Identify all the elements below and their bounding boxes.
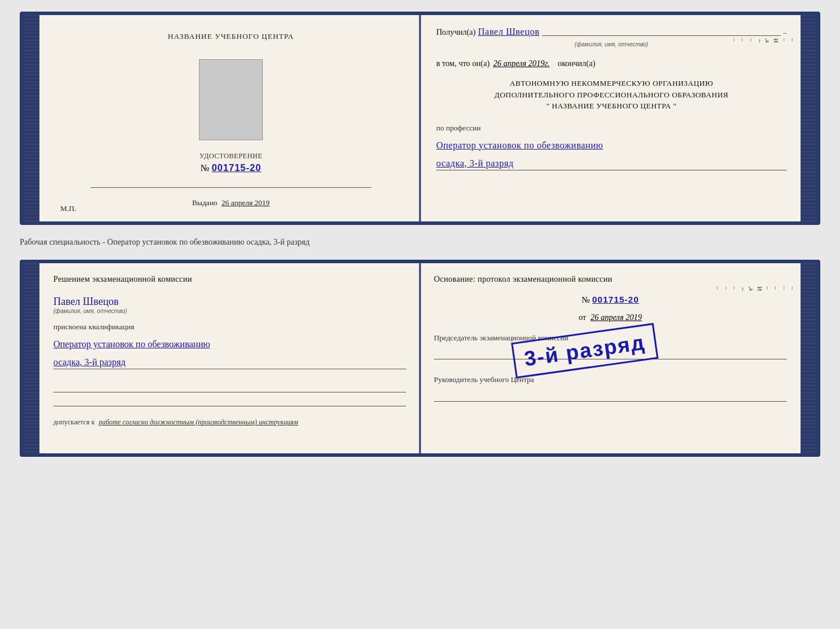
ot-line: от 26 апреля 2019	[434, 313, 787, 322]
cert-number-prefix: №	[201, 163, 209, 173]
sig-rukovoditel	[434, 391, 787, 402]
cert-number-line: № 001715-20	[200, 163, 263, 173]
rukovoditel-label: Руководитель учебного Центра	[434, 375, 787, 385]
doc2-left-panel: Решением экзаменационной комиссии Павел …	[39, 263, 420, 453]
right-edge-text: – – И ,а ← – – –	[731, 38, 797, 45]
spine-left-1	[23, 15, 39, 221]
doc1-left-panel: НАЗВАНИЕ УЧЕБНОГО ЦЕНТРА УДОСТОВЕРЕНИЕ №…	[39, 15, 422, 221]
qualification-line1: Оператор установок по обезвоживанию	[53, 337, 406, 351]
right-edge-text-2: – – – – И ,а ← – – –	[714, 286, 797, 293]
dopuskaetsya-line: допускается к работе согласно должностны…	[53, 417, 406, 427]
vtom-line: в том, что он(а) 26 апреля 2019г. окончи…	[436, 59, 787, 68]
cert-label: УДОСТОВЕРЕНИЕ	[200, 152, 263, 161]
doc1-right-panel: Получил(а) Павел Швецов – (фамилия, имя,…	[422, 15, 801, 221]
spine-right-2	[801, 263, 817, 453]
ot-date: 26 апреля 2019	[591, 313, 642, 322]
cert-number-block: УДОСТОВЕРЕНИЕ № 001715-20	[200, 152, 263, 173]
dash-label: –	[783, 29, 787, 36]
osnovanie-title: Основание: протокол экзаменационной коми…	[434, 275, 787, 284]
sig-line-2	[53, 396, 406, 406]
spine-right-1	[801, 15, 817, 221]
person-name-block: Павел Швецов (фамилия, имя, отчество)	[53, 293, 406, 314]
qualification-line2: осадка, 3-й разряд	[53, 357, 406, 369]
cert-photo	[199, 59, 263, 140]
protocol-number: 001715-20	[592, 294, 639, 304]
org-block: АВТОНОМНУЮ НЕКОММЕРЧЕСКУЮ ОРГАНИЗАЦИЮ ДО…	[436, 78, 787, 112]
po-professii-label: по профессии	[436, 123, 787, 133]
razryad-line: осадка, 3-й разряд	[436, 158, 787, 170]
cert-issued-date: 26 апреля 2019	[222, 198, 270, 207]
sig-line-1	[53, 382, 406, 392]
document-card-1: НАЗВАНИЕ УЧЕБНОГО ЦЕНТРА УДОСТОВЕРЕНИЕ №…	[20, 12, 820, 225]
signature-lines	[53, 382, 406, 406]
cert-issued-line: Выдано 26 апреля 2019	[192, 198, 269, 208]
spine-left-2	[23, 263, 39, 453]
cert-number-value: 001715-20	[212, 163, 262, 173]
doc2-right-panel: Основание: протокол экзаменационной коми…	[420, 263, 801, 453]
document-card-2: Решением экзаменационной комиссии Павел …	[20, 260, 820, 457]
protocol-number-line: № 001715-20	[434, 294, 787, 305]
received-line: Получил(а) Павел Швецов –	[436, 27, 787, 37]
resheniem-title: Решением экзаменационной комиссии	[53, 275, 406, 284]
stamp-overlay: 3-й разряд	[511, 323, 658, 378]
dopusk-italic: работе согласно должностным (производств…	[99, 418, 298, 426]
prisvoena-label: присвоена квалификация	[53, 322, 406, 332]
dash-line	[542, 35, 781, 36]
fio-hint: (фамилия, имя, отчество)	[575, 41, 649, 48]
received-name: Павел Швецов	[478, 27, 540, 37]
between-docs-label: Рабочая специальность - Оператор установ…	[20, 235, 820, 249]
person-name: Павел Швецов	[53, 296, 406, 308]
mp-label: М.П.	[60, 204, 76, 213]
profession-name-line1: Оператор установок по обезвоживанию	[436, 139, 787, 152]
cert-title: НАЗВАНИЕ УЧЕБНОГО ЦЕНТРА	[168, 31, 294, 42]
divider-line	[90, 187, 371, 188]
page-wrapper: НАЗВАНИЕ УЧЕБНОГО ЦЕНТРА УДОСТОВЕРЕНИЕ №…	[20, 12, 820, 457]
fio-hint2: (фамилия, имя, отчество)	[53, 308, 406, 314]
date-value: 26 апреля 2019г.	[493, 59, 549, 68]
